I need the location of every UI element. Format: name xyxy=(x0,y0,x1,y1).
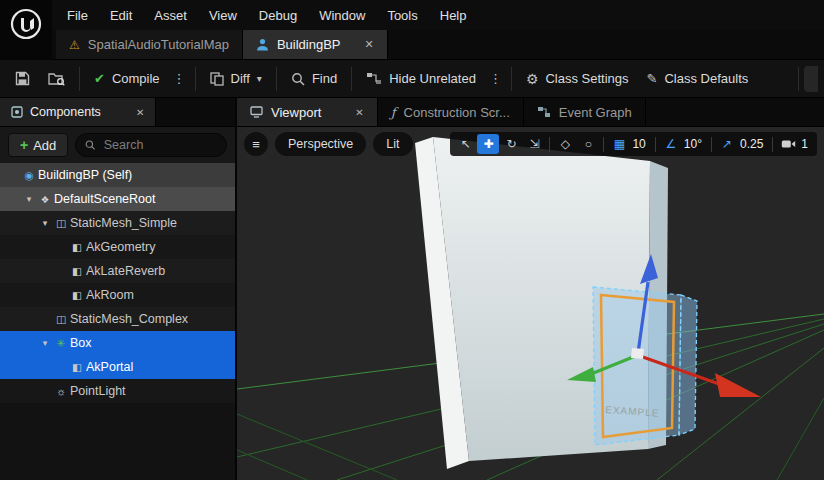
scale-tool-icon: ⇲ xyxy=(529,137,539,151)
move-tool-button[interactable]: ✚ xyxy=(477,134,499,154)
menu-edit[interactable]: Edit xyxy=(99,0,143,30)
world-space-button[interactable]: ○ xyxy=(577,134,599,154)
lit-mode-button[interactable]: Lit xyxy=(373,132,412,156)
find-button[interactable]: Find xyxy=(282,65,346,93)
tree-row-pointlight[interactable]: ☼ PointLight xyxy=(0,379,235,403)
compile-options-button[interactable]: ⋮ xyxy=(169,65,190,93)
tree-row-staticmesh-simple[interactable]: ▾ ◫ StaticMesh_Simple xyxy=(0,211,235,235)
rotation-snap-value[interactable]: 10° xyxy=(683,137,707,151)
tree-row-label: StaticMesh_Complex xyxy=(70,312,188,326)
tree-row-aklatereverb[interactable]: ◧ AkLateReverb xyxy=(0,259,235,283)
components-tree: ◉ BuildingBP (Self) ▾ ❖ DefaultSceneRoot… xyxy=(0,163,235,480)
event-graph-tab-label: Event Graph xyxy=(559,105,632,120)
menu-window[interactable]: Window xyxy=(308,0,376,30)
viewport-toolbar: ≡ Perspective Lit ↖ ✚ ↻ xyxy=(244,132,817,156)
gizmo-center-handle[interactable] xyxy=(631,348,644,359)
close-icon[interactable]: ✕ xyxy=(136,107,144,118)
main-area: Components ✕ + Add xyxy=(0,98,824,480)
expand-arrow-icon[interactable]: ▾ xyxy=(38,338,52,348)
tree-row-akroom[interactable]: ◧ AkRoom xyxy=(0,283,235,307)
document-tab-bar: Viewport ✕ ƒ Construction Scr... Event G… xyxy=(237,98,824,127)
tree-row-defaultsceneroot[interactable]: ▾ ❖ DefaultSceneRoot xyxy=(0,187,235,211)
asset-tab-bar: ⚠ SpatialAudioTutorialMap BuildingBP ✕ xyxy=(0,30,824,60)
tree-row-label: DefaultSceneRoot xyxy=(54,192,155,206)
menu-view[interactable]: View xyxy=(198,0,248,30)
toolbar-separator xyxy=(195,67,196,91)
diff-label: Diff xyxy=(231,71,250,86)
select-tool-icon: ↖ xyxy=(460,137,470,151)
world-space-icon: ○ xyxy=(585,137,592,151)
rotation-snap-button[interactable]: ∠ xyxy=(660,134,682,154)
toolbar-separator xyxy=(549,137,550,152)
menu-debug[interactable]: Debug xyxy=(248,0,308,30)
tree-row-akportal[interactable]: ◧ AkPortal xyxy=(0,355,235,379)
scene-canvas[interactable]: EXAMPLE xyxy=(237,127,824,480)
scale-snap-button[interactable]: ↗ xyxy=(716,134,738,154)
scale-tool-button[interactable]: ⇲ xyxy=(523,134,545,154)
search-icon xyxy=(291,72,305,86)
browse-button[interactable] xyxy=(39,65,74,93)
tab-label: SpatialAudioTutorialMap xyxy=(88,37,229,52)
tree-row-akgeometry[interactable]: ◧ AkGeometry xyxy=(0,235,235,259)
select-tool-button[interactable]: ↖ xyxy=(454,134,476,154)
compile-label: Compile xyxy=(112,71,160,86)
blueprint-toolbar: ✔ Compile ⋮ Diff ▾ Find xyxy=(0,60,824,98)
grid-snap-value[interactable]: 10 xyxy=(631,137,650,151)
tab-buildingbp[interactable]: BuildingBP ✕ xyxy=(243,30,388,59)
tab-spatialaudiotutorialmap[interactable]: ⚠ SpatialAudioTutorialMap xyxy=(56,30,243,59)
diff-button[interactable]: Diff ▾ xyxy=(201,65,271,93)
close-icon[interactable]: ✕ xyxy=(355,107,363,118)
save-button[interactable] xyxy=(6,65,39,93)
tree-row-box[interactable]: ▾ ✳ Box xyxy=(0,331,235,355)
viewport-3d[interactable]: EXAMPLE ≡ xyxy=(237,127,824,480)
tab-event-graph[interactable]: Event Graph xyxy=(524,98,646,126)
surface-snap-button[interactable]: ◇ xyxy=(554,134,576,154)
find-label: Find xyxy=(312,71,337,86)
components-toolbar: + Add xyxy=(0,127,235,163)
menu-asset[interactable]: Asset xyxy=(143,0,198,30)
hide-unrelated-button[interactable]: Hide Unrelated xyxy=(357,65,485,93)
scale-snap-icon: ↗ xyxy=(722,137,732,151)
expand-arrow-icon[interactable]: ▾ xyxy=(22,194,36,204)
ak-component-icon: ◧ xyxy=(68,265,86,277)
scene-component-icon: ❖ xyxy=(36,194,54,205)
blueprint-icon xyxy=(256,38,269,51)
tree-row-label: AkRoom xyxy=(86,288,134,302)
class-defaults-button[interactable]: ✎ Class Defaults xyxy=(638,65,758,93)
angle-snap-icon: ∠ xyxy=(665,137,676,151)
close-icon[interactable]: ✕ xyxy=(365,38,374,51)
components-search[interactable] xyxy=(75,133,227,157)
tab-label: BuildingBP xyxy=(277,37,341,52)
class-settings-button[interactable]: ⚙ Class Settings xyxy=(517,65,638,93)
compile-success-icon: ✔ xyxy=(94,71,105,86)
toolbar-separator xyxy=(603,137,604,152)
tab-construction-script[interactable]: ƒ Construction Scr... xyxy=(378,98,524,126)
grid-snap-button[interactable]: ▦ xyxy=(608,134,630,154)
toolbar-separator xyxy=(79,67,80,91)
hide-unrelated-options-button[interactable]: ⋮ xyxy=(485,65,506,93)
tree-row-label: Box xyxy=(70,336,92,350)
scale-snap-value[interactable]: 0.25 xyxy=(739,137,768,151)
camera-speed-value[interactable]: 1 xyxy=(800,137,813,151)
components-tab-label: Components xyxy=(30,105,101,119)
compile-button[interactable]: ✔ Compile xyxy=(85,65,169,93)
clipped-toolbar-button[interactable] xyxy=(804,66,818,92)
tab-viewport[interactable]: Viewport ✕ xyxy=(237,98,378,126)
tree-row-staticmesh-complex[interactable]: ◫ StaticMesh_Complex xyxy=(0,307,235,331)
search-input[interactable] xyxy=(102,137,217,153)
viewport-options-button[interactable]: ≡ xyxy=(244,132,268,156)
rotate-tool-button[interactable]: ↻ xyxy=(500,134,522,154)
expand-arrow-icon[interactable]: ▾ xyxy=(38,218,52,228)
toolbar-separator xyxy=(655,137,656,152)
perspective-button[interactable]: Perspective xyxy=(275,132,366,156)
unreal-editor-window: File Edit Asset View Debug Window Tools … xyxy=(0,0,824,480)
components-tab-bar: Components ✕ xyxy=(0,98,235,127)
add-component-button[interactable]: + Add xyxy=(8,133,68,157)
tree-row-label: AkGeometry xyxy=(86,240,155,254)
menu-tools[interactable]: Tools xyxy=(376,0,428,30)
tab-components[interactable]: Components ✕ xyxy=(0,98,156,126)
menu-file[interactable]: File xyxy=(56,0,99,30)
camera-speed-button[interactable] xyxy=(777,134,799,154)
tree-row-buildingbp-self[interactable]: ◉ BuildingBP (Self) xyxy=(0,163,235,187)
menu-help[interactable]: Help xyxy=(429,0,478,30)
